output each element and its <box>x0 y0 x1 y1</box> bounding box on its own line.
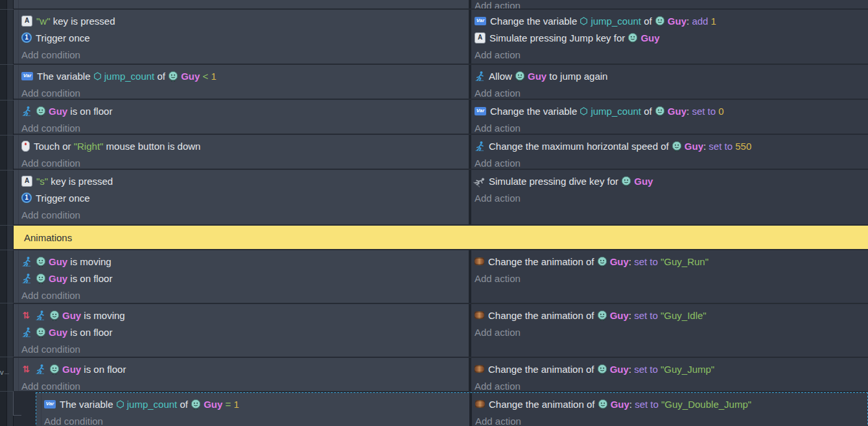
action-line[interactable]: Change the animation of Guy: set to "Guy… <box>475 396 865 412</box>
text-segment: Trigger once <box>36 32 90 43</box>
action-line[interactable]: Allow Guy to jump again <box>475 67 865 84</box>
condition-block[interactable]: Guy is on floorAdd condition <box>14 100 469 134</box>
variable-hexagon-icon <box>580 107 588 115</box>
subevent-indent <box>14 392 36 426</box>
text-segment: of <box>641 106 655 117</box>
add-condition-link[interactable]: Add condition <box>21 377 465 391</box>
add-condition-link[interactable]: Add condition <box>21 84 465 99</box>
condition-block[interactable]: Guy is movingGuy is on floorAdd conditio… <box>14 250 469 303</box>
action-line[interactable]: Change the maximum horizontal speed of G… <box>475 137 865 154</box>
text-segment: "Guy_Idle" <box>658 310 707 321</box>
text-segment: jump_count <box>127 399 178 410</box>
instance-variable-icon: Var <box>475 107 486 115</box>
condition-line[interactable]: Guy is on floor <box>21 324 465 340</box>
add-action-link[interactable]: Add action <box>475 412 865 426</box>
event-row: Touch or "Right" mouse button is downAdd… <box>14 135 868 169</box>
condition-line[interactable]: Guy is on floor <box>21 270 465 287</box>
action-line[interactable]: Simulate pressing dive key for Guy <box>475 172 865 189</box>
condition-line[interactable]: A"w" key is pressed <box>21 12 465 29</box>
event-row: VarThe variable jump_count of Guy = 1Add… <box>14 392 868 426</box>
text-segment: of <box>154 71 168 82</box>
text-segment: < <box>203 71 209 82</box>
add-condition-link[interactable]: Add condition <box>21 119 465 134</box>
text-segment: "w" <box>36 16 50 27</box>
text-segment: add <box>692 16 708 27</box>
variable-hexagon-icon <box>580 17 588 25</box>
variable-hexagon-icon <box>116 400 124 408</box>
guy-object-icon <box>191 399 201 410</box>
text-segment: "Guy_Jump" <box>658 364 714 375</box>
text-segment: : <box>629 310 634 321</box>
guy-object-icon <box>49 310 60 321</box>
action-block[interactable]: Change the animation of Guy: set to "Guy… <box>469 393 867 426</box>
condition-line[interactable]: ⇄Guy is on floor <box>21 361 465 377</box>
guy-object-icon <box>168 71 178 82</box>
text-segment: is moving <box>81 310 125 321</box>
text-segment: The variable <box>60 399 116 410</box>
add-condition-link[interactable]: Add condition <box>21 154 465 169</box>
add-condition-link[interactable]: Add condition <box>21 46 465 63</box>
condition-block-content: ⇄Guy is movingGuy is on floorAdd conditi… <box>14 304 469 357</box>
action-block[interactable]: Simulate pressing dive key for GuyAdd ac… <box>469 170 868 224</box>
add-action-link[interactable]: Add action <box>475 270 865 287</box>
condition-block[interactable]: VarThe variable jump_count of Guy < 1Add… <box>14 65 469 99</box>
action-line[interactable]: Change the animation of Guy: set to "Guy… <box>475 361 865 377</box>
condition-block-content <box>14 0 469 3</box>
platform-behavior-icon <box>21 273 32 283</box>
condition-block[interactable]: A"s" key is pressed1Trigger onceAdd cond… <box>14 170 469 224</box>
condition-line[interactable]: 1Trigger once <box>21 189 465 206</box>
action-block[interactable]: Allow Guy to jump againAdd action <box>469 65 868 99</box>
condition-block[interactable]: Touch or "Right" mouse button is downAdd… <box>14 135 469 169</box>
add-condition-link[interactable]: Add condition <box>21 206 465 223</box>
text-segment: of <box>641 16 655 27</box>
text-segment: Simulate pressing Jump key for <box>489 32 628 43</box>
group-header-animations[interactable]: Animations <box>14 226 868 249</box>
add-condition-link[interactable]: Add condition <box>21 340 465 357</box>
add-condition-link[interactable]: Add condition <box>21 287 465 303</box>
condition-line[interactable]: VarThe variable jump_count of Guy < 1 <box>21 67 465 84</box>
text-segment: jump_count <box>104 71 155 82</box>
add-action-link[interactable]: Add action <box>475 84 865 99</box>
add-action-link[interactable]: Add action <box>475 377 865 391</box>
add-action-link[interactable]: Add action <box>475 46 865 63</box>
action-block[interactable]: Change the animation of Guy: set to "Guy… <box>469 250 868 303</box>
condition-line[interactable]: 1Trigger once <box>21 29 465 46</box>
condition-block[interactable]: A"w" key is pressed1Trigger onceAdd cond… <box>14 10 469 64</box>
add-action-link[interactable]: Add action <box>475 324 865 340</box>
action-line[interactable]: Change the animation of Guy: set to "Guy… <box>475 307 865 324</box>
add-condition-link[interactable]: Add condition <box>44 412 465 426</box>
text-segment: Change the animation of <box>488 310 597 321</box>
action-line[interactable]: VarChange the variable jump_count of Guy… <box>475 102 865 119</box>
action-line[interactable]: VarChange the variable jump_count of Guy… <box>475 12 865 29</box>
condition-block[interactable]: ⇄Guy is movingGuy is on floorAdd conditi… <box>14 304 469 357</box>
add-action-link[interactable]: Add action <box>475 189 865 206</box>
action-block[interactable]: Change the animation of Guy: set to "Guy… <box>469 304 868 357</box>
condition-line[interactable]: A"s" key is pressed <box>21 172 465 189</box>
condition-block[interactable]: VarThe variable jump_count of Guy = 1Add… <box>36 393 469 426</box>
action-line[interactable]: Change the animation of Guy: set to "Guy… <box>475 253 865 270</box>
text-segment: Change the maximum horizontal speed of <box>489 141 672 152</box>
add-action-link[interactable]: Add action <box>475 154 865 169</box>
text-segment: is moving <box>67 256 111 267</box>
text-segment: set to <box>634 256 658 267</box>
action-block[interactable]: Change the animation of Guy: set to "Guy… <box>469 358 868 391</box>
text-segment: Guy <box>62 310 81 321</box>
collapse-chevron-icon[interactable]: v <box>0 369 4 376</box>
action-line[interactable]: ASimulate pressing Jump key for Guy <box>475 29 865 46</box>
add-action-link[interactable]: Add action <box>475 0 865 8</box>
text-segment: Guy <box>685 141 703 152</box>
action-block[interactable]: VarChange the variable jump_count of Guy… <box>469 100 868 134</box>
condition-line[interactable]: VarThe variable jump_count of Guy = 1 <box>44 396 465 412</box>
action-block[interactable]: Change the maximum horizontal speed of G… <box>469 135 868 169</box>
condition-line[interactable]: Guy is on floor <box>21 102 465 119</box>
add-action-link[interactable]: Add action <box>475 119 865 134</box>
condition-line[interactable]: Touch or "Right" mouse button is down <box>21 137 465 154</box>
action-block[interactable]: VarChange the variable jump_count of Guy… <box>469 10 868 64</box>
text-segment: Guy <box>611 399 629 410</box>
action-block[interactable]: Add action <box>469 0 868 8</box>
condition-line[interactable]: Guy is moving <box>21 253 465 270</box>
condition-line[interactable]: ⇄Guy is moving <box>21 307 465 324</box>
condition-block[interactable] <box>14 0 469 8</box>
condition-block[interactable]: ⇄Guy is on floorAdd condition <box>14 358 469 391</box>
text-segment: key is pressed <box>50 16 115 27</box>
